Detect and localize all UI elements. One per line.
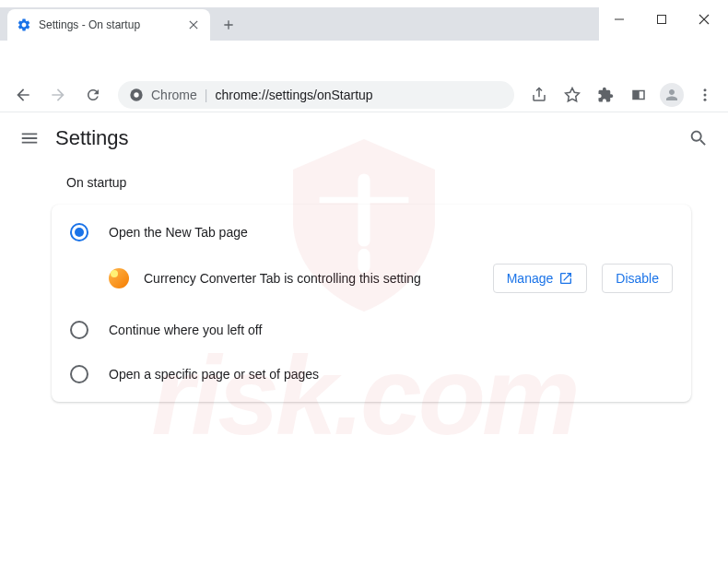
svg-point-10 [704, 88, 707, 91]
new-tab-button[interactable] [216, 12, 241, 38]
svg-point-12 [704, 98, 707, 100]
hamburger-menu-icon[interactable] [18, 127, 41, 149]
browser-toolbar: Chrome | chrome://settings/onStartup [0, 77, 728, 112]
omnibox-url: chrome://settings/onStartup [215, 88, 372, 102]
reload-button[interactable] [77, 81, 109, 109]
radio-button[interactable] [70, 321, 88, 339]
side-panel-icon[interactable] [623, 81, 654, 109]
maximize-button[interactable] [640, 6, 683, 33]
startup-options-card: Open the New Tab page Currency Converter… [52, 205, 691, 402]
radio-label: Continue where you left off [109, 323, 262, 337]
radio-specific-pages[interactable]: Open a specific page or set of pages [52, 352, 691, 396]
svg-point-11 [704, 93, 707, 96]
radio-button[interactable] [70, 223, 88, 241]
extension-notice-row: Currency Converter Tab is controlling th… [52, 254, 691, 308]
page-title: Settings [55, 126, 687, 150]
profile-avatar[interactable] [656, 81, 687, 109]
settings-gear-icon [17, 18, 31, 32]
tab-strip: Settings - On startup [0, 7, 599, 41]
disable-button[interactable]: Disable [602, 264, 673, 293]
omnibox-separator: | [205, 88, 208, 102]
forward-button[interactable] [42, 81, 74, 109]
search-icon[interactable] [687, 127, 710, 149]
kebab-menu-icon[interactable] [689, 81, 721, 109]
manage-button[interactable]: Manage [493, 264, 588, 293]
toolbar-actions [523, 81, 721, 109]
extension-notice-text: Currency Converter Tab is controlling th… [144, 271, 478, 286]
bookmark-star-icon[interactable] [557, 81, 588, 109]
close-window-button[interactable] [683, 6, 725, 33]
address-bar[interactable]: Chrome | chrome://settings/onStartup [118, 81, 514, 109]
minimize-button[interactable] [598, 6, 640, 33]
tab-title: Settings - On startup [39, 18, 181, 31]
manage-button-label: Manage [507, 271, 554, 286]
settings-content: On startup Open the New Tab page Currenc… [0, 164, 728, 402]
radio-label: Open a specific page or set of pages [109, 367, 319, 382]
back-button[interactable] [7, 81, 39, 109]
radio-continue-where-left-off[interactable]: Continue where you left off [52, 308, 691, 352]
share-icon[interactable] [523, 81, 555, 109]
radio-button[interactable] [70, 365, 88, 383]
chrome-icon [129, 88, 144, 102]
section-title: On startup [66, 175, 691, 190]
tab-close-button[interactable] [186, 18, 201, 32]
svg-marker-9 [566, 88, 580, 100]
extension-app-icon [109, 268, 129, 288]
svg-rect-1 [658, 16, 666, 24]
radio-label: Open the New Tab page [109, 225, 248, 240]
disable-button-label: Disable [616, 271, 659, 286]
svg-point-7 [134, 92, 138, 97]
browser-tab[interactable]: Settings - On startup [7, 9, 210, 41]
open-in-new-icon [558, 271, 573, 286]
settings-header: Settings [0, 112, 728, 164]
radio-open-new-tab[interactable]: Open the New Tab page [52, 210, 691, 254]
omnibox-origin: Chrome [151, 88, 197, 102]
extensions-puzzle-icon[interactable] [590, 81, 621, 109]
